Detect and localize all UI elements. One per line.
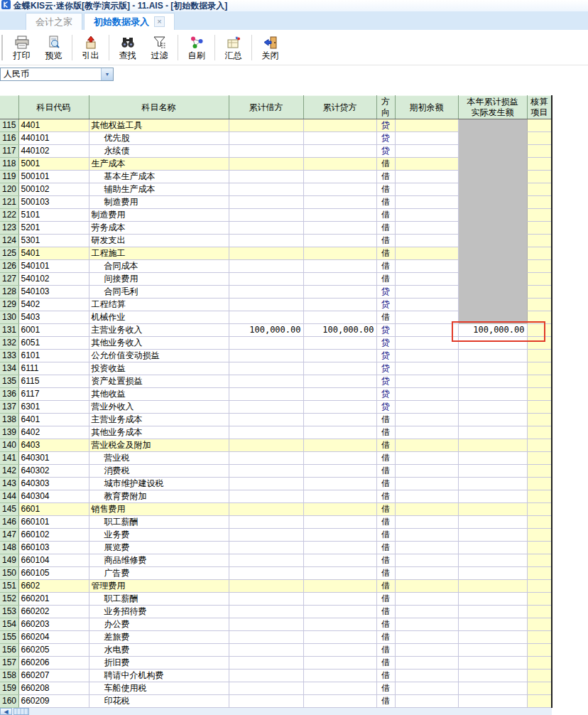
- cell-ytd-actual[interactable]: [458, 529, 527, 542]
- filter-button[interactable]: 过滤: [143, 31, 175, 64]
- cell-opening-balance[interactable]: [395, 631, 458, 644]
- cell-ytd-actual[interactable]: [458, 183, 527, 196]
- cell-account-code[interactable]: 660209: [18, 695, 89, 708]
- cell-account-name[interactable]: 广告费: [89, 567, 229, 580]
- row-number[interactable]: 124: [0, 235, 18, 247]
- cell-cumulative-credit[interactable]: [303, 644, 376, 657]
- cell-cumulative-credit[interactable]: [303, 657, 376, 670]
- row-number[interactable]: 132: [0, 337, 18, 350]
- cell-ytd-actual[interactable]: [458, 362, 527, 375]
- row-number[interactable]: 144: [0, 490, 18, 503]
- cell-ytd-actual[interactable]: [458, 503, 527, 516]
- cell-direction[interactable]: 借: [376, 695, 395, 708]
- cell-opening-balance[interactable]: [395, 183, 458, 196]
- cell-cumulative-debit[interactable]: [229, 631, 303, 644]
- cell-direction[interactable]: 借: [376, 222, 395, 235]
- cell-cumulative-credit[interactable]: [303, 631, 376, 644]
- cell-account-name[interactable]: 公允价值变动损益: [89, 350, 229, 362]
- cell-opening-balance[interactable]: [395, 580, 458, 593]
- cell-direction[interactable]: 借: [376, 478, 395, 490]
- cell-opening-balance[interactable]: [395, 119, 458, 132]
- cell-direction[interactable]: 借: [376, 490, 395, 503]
- cell-opening-balance[interactable]: [395, 657, 458, 670]
- cell-cumulative-credit[interactable]: [303, 171, 376, 183]
- row-number[interactable]: 117: [0, 145, 18, 158]
- cell-opening-balance[interactable]: [395, 388, 458, 401]
- cell-direction[interactable]: 借: [376, 171, 395, 183]
- cell-account-name[interactable]: 辅助生产成本: [89, 183, 229, 196]
- cell-account-code[interactable]: 660104: [18, 554, 89, 567]
- cell-account-name[interactable]: 展览费: [89, 542, 229, 554]
- cell-direction[interactable]: 贷: [376, 350, 395, 362]
- cell-account-name[interactable]: 办公费: [89, 618, 229, 631]
- cell-ytd-actual[interactable]: [458, 580, 527, 593]
- cell-account-code[interactable]: 660204: [18, 631, 89, 644]
- cell-cumulative-debit[interactable]: [229, 362, 303, 375]
- cell-ytd-actual[interactable]: [458, 426, 527, 439]
- cell-cumulative-debit[interactable]: [229, 171, 303, 183]
- cell-cumulative-debit[interactable]: [229, 490, 303, 503]
- cell-opening-balance[interactable]: [395, 554, 458, 567]
- cell-ytd-actual[interactable]: [458, 414, 527, 426]
- cell-account-name[interactable]: 主营业务成本: [89, 414, 229, 426]
- cell-cumulative-credit[interactable]: [303, 414, 376, 426]
- cell-cumulative-credit[interactable]: [303, 580, 376, 593]
- cell-account-code[interactable]: 660203: [18, 618, 89, 631]
- cell-opening-balance[interactable]: [395, 260, 458, 273]
- cell-cumulative-credit[interactable]: [303, 490, 376, 503]
- cell-cumulative-debit[interactable]: 100,000.00: [229, 324, 303, 337]
- row-number[interactable]: 148: [0, 542, 18, 554]
- cell-account-code[interactable]: 6401: [18, 414, 89, 426]
- cell-direction[interactable]: 借: [376, 670, 395, 682]
- cell-direction[interactable]: 借: [376, 209, 395, 222]
- row-number[interactable]: 127: [0, 273, 18, 286]
- cell-account-code[interactable]: 6402: [18, 426, 89, 439]
- row-number[interactable]: 147: [0, 529, 18, 542]
- cell-opening-balance[interactable]: [395, 196, 458, 209]
- cell-cumulative-debit[interactable]: [229, 682, 303, 695]
- cell-accounting-item[interactable]: [527, 631, 552, 644]
- cell-cumulative-debit[interactable]: [229, 516, 303, 529]
- cell-cumulative-credit[interactable]: [303, 132, 376, 145]
- cell-cumulative-debit[interactable]: [229, 311, 303, 324]
- cell-accounting-item[interactable]: [527, 350, 552, 362]
- cell-direction[interactable]: 贷: [376, 362, 395, 375]
- cell-account-code[interactable]: 540103: [18, 286, 89, 299]
- cell-opening-balance[interactable]: [395, 695, 458, 708]
- cell-ytd-actual[interactable]: [458, 554, 527, 567]
- cell-ytd-actual[interactable]: [458, 273, 527, 286]
- cell-account-code[interactable]: 500103: [18, 196, 89, 209]
- cell-accounting-item[interactable]: [527, 503, 552, 516]
- row-number[interactable]: 134: [0, 362, 18, 375]
- cell-account-code[interactable]: 5401: [18, 247, 89, 260]
- cell-opening-balance[interactable]: [395, 324, 458, 337]
- cell-account-code[interactable]: 5301: [18, 235, 89, 247]
- cell-opening-balance[interactable]: [395, 132, 458, 145]
- cell-account-name[interactable]: 销售费用: [89, 503, 229, 516]
- cell-ytd-actual[interactable]: [458, 465, 527, 478]
- cell-cumulative-debit[interactable]: [229, 260, 303, 273]
- cell-cumulative-credit[interactable]: [303, 401, 376, 414]
- cell-cumulative-debit[interactable]: [229, 145, 303, 158]
- cell-account-code[interactable]: 6051: [18, 337, 89, 350]
- cell-opening-balance[interactable]: [395, 362, 458, 375]
- currency-select[interactable]: 人民币 ▼: [0, 68, 114, 81]
- cell-direction[interactable]: 贷: [376, 132, 395, 145]
- cell-opening-balance[interactable]: [395, 465, 458, 478]
- cell-cumulative-credit[interactable]: [303, 503, 376, 516]
- cell-account-code[interactable]: 540101: [18, 260, 89, 273]
- row-number[interactable]: 157: [0, 657, 18, 670]
- row-number[interactable]: 121: [0, 196, 18, 209]
- cell-account-name[interactable]: 商品维修费: [89, 554, 229, 567]
- cell-cumulative-debit[interactable]: [229, 478, 303, 490]
- cell-cumulative-debit[interactable]: [229, 158, 303, 171]
- cell-account-code[interactable]: 6111: [18, 362, 89, 375]
- cell-ytd-actual[interactable]: [458, 375, 527, 388]
- cell-account-code[interactable]: 660201: [18, 593, 89, 606]
- cell-account-name[interactable]: 消费税: [89, 465, 229, 478]
- cell-account-code[interactable]: 5201: [18, 222, 89, 235]
- cell-cumulative-debit[interactable]: [229, 503, 303, 516]
- cell-cumulative-debit[interactable]: [229, 618, 303, 631]
- cell-ytd-actual[interactable]: [458, 618, 527, 631]
- cell-opening-balance[interactable]: [395, 567, 458, 580]
